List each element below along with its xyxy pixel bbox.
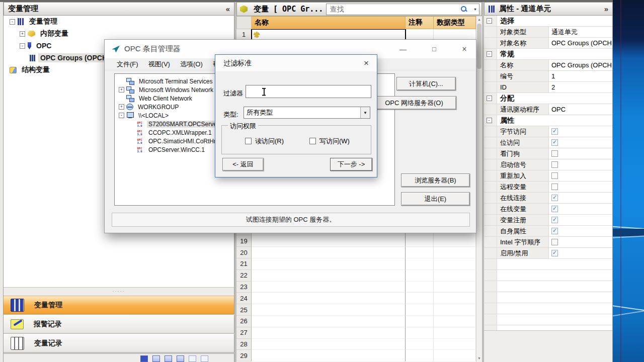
datatype-cell[interactable] [434,350,476,361]
row-number-cell[interactable]: 23 [236,282,252,293]
name-cell[interactable] [252,270,406,282]
row-number-cell[interactable]: 26 [236,316,252,327]
tree-item-label[interactable]: 结构变量 [20,65,52,75]
datatype-cell[interactable] [434,316,476,327]
sidebar-item-active[interactable]: 变量管理 [4,296,234,314]
comment-cell[interactable] [406,282,434,293]
property-value[interactable] [549,182,612,192]
scroll-up-button[interactable]: ▲ [476,16,482,23]
server-tree-label[interactable]: S7200SMART.OPCServer [147,121,220,128]
tree-expander-icon[interactable]: + [20,31,25,37]
row-number-cell[interactable]: 25 [236,304,252,316]
search-box[interactable]: ▼ [326,4,479,15]
property-value[interactable] [549,159,612,170]
type-dropdown[interactable]: 所有类型 ▼ [244,107,370,119]
row-number-cell[interactable]: 27 [236,327,252,339]
property-checkbox[interactable] [551,150,558,157]
mini-tool-6-icon[interactable] [201,355,208,362]
property-value[interactable]: OPC Groups (OPCH [549,60,612,70]
section-collapse-icon[interactable]: - [487,51,492,57]
next-button[interactable]: 下一步 -> [330,158,372,171]
section-collapse-icon[interactable]: - [487,118,492,123]
row-number-cell[interactable]: 24 [236,293,252,304]
search-dropdown-icon[interactable]: ▼ [473,8,477,11]
minimize-button[interactable]: — [395,45,411,55]
tree-item-label[interactable]: 变量管理 [27,17,59,27]
read-access-checkbox[interactable] [245,138,252,144]
property-value[interactable]: 2 [549,82,612,93]
name-cell[interactable] [252,282,406,293]
datatype-cell[interactable] [434,304,476,316]
column-header-name[interactable]: 名称 [252,16,406,29]
opc-network-server-button[interactable]: OPC 网络服务器(O) [372,96,456,110]
datatype-cell[interactable] [434,258,476,270]
tree-item-label[interactable]: 内部变量 [38,29,70,39]
comment-cell[interactable] [406,293,434,304]
column-header-comment[interactable]: 注释 [406,16,434,29]
sidebar-item-item[interactable]: 报警记录 [4,315,234,333]
panel-splitter[interactable]: ····· [4,287,234,296]
back-button[interactable]: <- 返回 [222,158,264,171]
comment-cell[interactable] [406,316,434,327]
section-collapse-icon[interactable]: - [487,18,492,24]
scrollbar-thumb[interactable] [477,24,481,69]
table-corner-cell[interactable] [236,16,252,29]
scroll-down-button[interactable]: ▼ [476,355,482,362]
row-number-cell[interactable]: 21 [236,258,252,270]
property-value[interactable] [549,226,612,236]
name-cell[interactable] [252,339,406,350]
name-cell[interactable] [252,247,406,258]
comment-cell[interactable] [406,270,434,282]
property-value[interactable]: OPC Groups (OPCH [549,38,612,48]
windows-desktop[interactable] [613,0,644,362]
exit-button[interactable]: 退出(E) [401,192,470,206]
name-cell[interactable] [252,258,406,270]
row-number-cell[interactable]: 29 [236,350,252,361]
comment-cell[interactable] [406,247,434,258]
property-checkbox[interactable] [551,250,558,256]
property-checkbox[interactable] [551,184,558,190]
comment-cell[interactable] [406,327,434,339]
datatype-cell[interactable] [434,339,476,350]
property-checkbox[interactable] [551,228,558,234]
datatype-cell[interactable] [434,270,476,282]
expand-panel-icon[interactable]: » [604,5,608,13]
name-cell[interactable] [252,304,406,316]
mini-tool-1-icon[interactable] [140,355,148,362]
comment-cell[interactable] [406,235,434,247]
row-number-cell[interactable]: 22 [236,270,252,282]
property-value[interactable] [549,248,612,258]
comment-cell[interactable] [406,350,434,361]
mini-tool-4-icon[interactable] [177,355,184,362]
comment-cell[interactable] [406,339,434,350]
server-tree-label[interactable]: CCOPC.XMLWrapper.1 [147,129,213,136]
server-tree-label[interactable]: Web Client Network [137,95,194,102]
server-tree-label[interactable]: OPCServer.WinCC.1 [147,146,206,153]
chevron-down-icon[interactable]: ▼ [360,107,370,118]
filter-dialog-titlebar[interactable]: 过滤标准 × [215,55,377,71]
property-checkbox[interactable] [551,217,558,223]
server-tree-label[interactable]: WORKGROUP [136,104,180,111]
write-access-label[interactable]: 写访问(W) [319,137,350,146]
row-number-cell[interactable]: 28 [236,339,252,350]
comment-cell[interactable] [406,258,434,270]
property-value[interactable] [549,215,612,225]
name-cell[interactable] [252,327,406,339]
property-checkbox[interactable] [551,161,558,168]
tree-expander-icon[interactable]: - [119,113,124,118]
row-number-cell[interactable]: 19 [236,235,252,247]
write-access-checkbox[interactable] [309,138,316,144]
property-value[interactable] [549,126,612,137]
name-cell[interactable] [252,293,406,304]
tree-expander-icon[interactable]: - [20,43,25,49]
tree-expander-icon[interactable]: - [10,19,15,25]
property-value[interactable] [549,204,612,214]
read-access-label[interactable]: 读访问(R) [255,137,284,146]
property-value[interactable] [549,237,612,247]
property-checkbox[interactable] [551,139,558,146]
tree-expander-icon[interactable]: + [119,87,124,93]
property-checkbox[interactable] [551,128,558,135]
property-checkbox[interactable] [551,195,558,201]
menu-item[interactable]: 视图(V) [143,58,175,70]
property-checkbox[interactable] [551,239,558,245]
